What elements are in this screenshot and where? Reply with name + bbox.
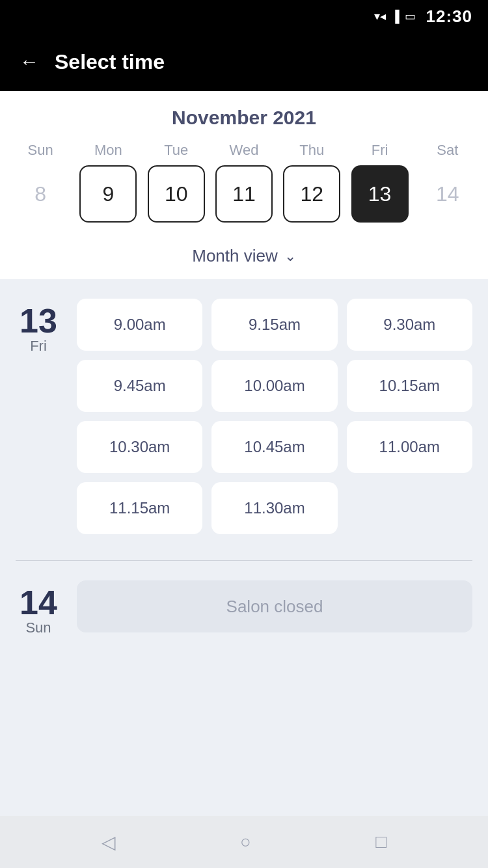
day-number-13: 13 [20,304,57,338]
date-row: 8 9 10 11 12 13 14 [0,165,488,236]
day-label-13: 13 Fri [16,299,61,355]
day-name-fri: Fri [30,338,47,355]
weekday-tue: Tue [142,142,210,159]
nav-back-icon[interactable]: ◁ [102,832,116,853]
day-block-13: 13 Fri 9.00am 9.15am 9.30am 9.45am 10.00… [16,299,472,534]
time-slot-930am[interactable]: 9.30am [347,299,472,351]
date-9[interactable]: 9 [79,165,137,223]
time-slot-1000am[interactable]: 10.00am [211,360,337,412]
day-number-14: 14 [20,586,57,619]
status-icons: ▾◂ ▐ ▭ [374,9,416,23]
weekday-fri: Fri [346,142,413,159]
time-slot-1100am[interactable]: 11.00am [347,421,472,473]
day-name-sun: Sun [25,619,51,636]
back-button[interactable]: ← [20,51,39,73]
date-cell-8: 8 [7,165,74,223]
header: ← Select time [0,33,488,91]
time-slot-1015am[interactable]: 10.15am [347,360,472,412]
status-time: 12:30 [426,7,473,27]
date-10[interactable]: 10 [148,165,205,223]
time-slot-1045am[interactable]: 10.45am [211,421,337,473]
bottom-nav: ◁ ○ □ [0,816,488,868]
slots-section: 13 Fri 9.00am 9.15am 9.30am 9.45am 10.00… [0,279,488,816]
date-13[interactable]: 13 [351,165,409,223]
date-cell-12: 12 [278,165,346,223]
signal-icon: ▐ [391,10,400,23]
calendar-section: November 2021 Sun Mon Tue Wed Thu Fri Sa… [0,91,488,279]
weekday-thu: Thu [278,142,346,159]
weekday-sun: Sun [7,142,74,159]
time-slot-900am[interactable]: 9.00am [77,299,202,351]
date-12[interactable]: 12 [283,165,340,223]
time-slot-1130am[interactable]: 11.30am [211,482,337,534]
time-slot-1115am[interactable]: 11.15am [77,482,202,534]
weekday-mon: Mon [74,142,142,159]
month-view-row[interactable]: Month view ⌄ [0,236,488,279]
date-cell-11: 11 [210,165,278,223]
date-cell-9: 9 [74,165,142,223]
time-slot-945am[interactable]: 9.45am [77,360,202,412]
date-cell-13: 13 [346,165,413,223]
battery-icon: ▭ [405,9,416,23]
day-label-14: 14 Sun [16,580,61,636]
weekday-sat: Sat [414,142,481,159]
nav-recent-icon[interactable]: □ [375,832,386,852]
date-14[interactable]: 14 [419,165,476,223]
date-cell-10: 10 [142,165,210,223]
weekday-row: Sun Mon Tue Wed Thu Fri Sat [0,142,488,159]
time-slot-1030am[interactable]: 10.30am [77,421,202,473]
month-year: November 2021 [0,107,488,129]
wifi-icon: ▾◂ [374,9,386,23]
date-cell-14: 14 [414,165,481,223]
nav-home-icon[interactable]: ○ [240,832,251,852]
weekday-wed: Wed [210,142,278,159]
slots-grid-13: 9.00am 9.15am 9.30am 9.45am 10.00am 10.1… [77,299,472,534]
salon-closed: Salon closed [77,580,472,632]
status-bar: ▾◂ ▐ ▭ 12:30 [0,0,488,33]
page-title: Select time [55,50,165,74]
month-view-label: Month view [192,246,278,266]
day-block-14: 14 Sun Salon closed [16,580,472,636]
date-11[interactable]: 11 [215,165,273,223]
chevron-down-icon: ⌄ [284,248,296,265]
time-slot-915am[interactable]: 9.15am [211,299,337,351]
divider [16,560,472,561]
date-8[interactable]: 8 [12,165,69,223]
